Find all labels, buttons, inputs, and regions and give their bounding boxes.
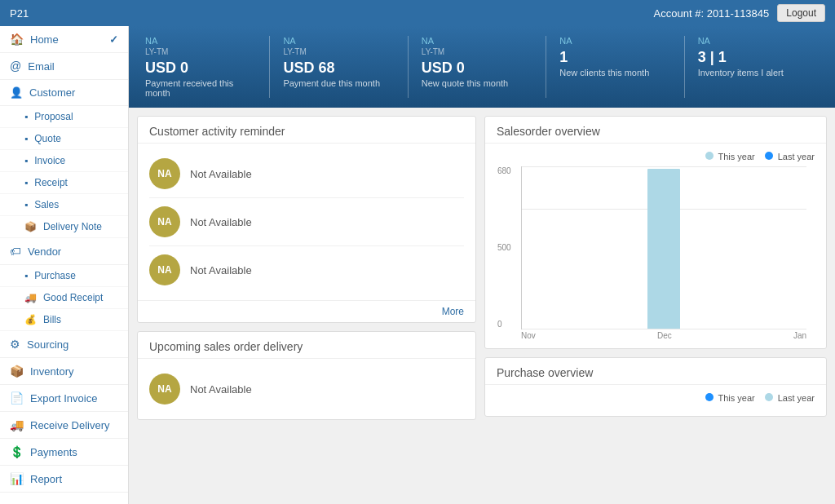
sidebar-item-label: Payments xyxy=(30,446,77,458)
sidebar-item-sourcing[interactable]: ⚙ Sourcing xyxy=(0,331,128,358)
bar-dec-this-year xyxy=(647,169,680,329)
report-icon: 📊 xyxy=(10,472,24,485)
upcoming-avatar-0: NA xyxy=(149,374,180,405)
stat-na-link-4[interactable]: NA xyxy=(698,36,809,46)
sidebar-item-home[interactable]: 🏠 Home ✓ xyxy=(0,26,128,53)
stat-value-3: 1 xyxy=(559,49,670,66)
content-area: NA LY-TM USD 0 Payment received this mon… xyxy=(129,26,835,504)
sidebar-item-vendor[interactable]: 🏷 Vendor xyxy=(0,238,128,265)
activity-name-1: Not Available xyxy=(190,216,252,228)
sidebar-item-label: Bills xyxy=(43,314,61,325)
activity-item-2: NA Not Available xyxy=(149,246,464,294)
stat-na-link-2[interactable]: NA xyxy=(422,36,532,46)
app-title: P21 xyxy=(10,7,29,20)
sidebar-item-label: Receive Delivery xyxy=(30,419,110,431)
sidebar-item-label: Customer xyxy=(29,86,75,99)
stat-payment-received: NA LY-TM USD 0 Payment received this mon… xyxy=(142,36,270,98)
salesorder-x-labels: Nov Dec Jan xyxy=(521,331,806,340)
stat-inventory-alert: NA 3 | 1 Inventory items I alert xyxy=(685,36,822,98)
stat-label-0: Payment received this month xyxy=(145,78,256,98)
salesorder-chart-container: This year Last year 680 xyxy=(485,144,826,348)
upcoming-delivery-panel: Upcoming sales order delivery NA Not Ava… xyxy=(137,331,476,420)
salesorder-chart-title: Salesorder overview xyxy=(485,117,826,144)
sidebar-item-export-invoice[interactable]: 📄 Export Invoice xyxy=(0,385,128,412)
legend-this-year: This year xyxy=(705,152,755,161)
sidebar-item-proposal[interactable]: ▪ Proposal xyxy=(0,106,128,128)
stat-lytm-2: LY-TM xyxy=(422,47,532,56)
sidebar-item-inventory[interactable]: 📦 Inventory xyxy=(0,358,128,385)
sidebar-item-label: Sourcing xyxy=(27,338,68,351)
bar-group-dec xyxy=(647,169,714,329)
purchase-chart-title: Purchase overview xyxy=(485,358,826,385)
sidebar-item-email[interactable]: @ Email xyxy=(0,53,128,80)
sidebar-item-bills[interactable]: 💰 Bills xyxy=(0,309,128,331)
grid-line-bottom xyxy=(522,329,806,329)
sidebar-item-label: Export Invoice xyxy=(30,392,97,405)
sidebar: 🏠 Home ✓ @ Email 👤 Customer ▪ Proposal ▪… xyxy=(0,26,129,504)
stat-lytm-0: LY-TM xyxy=(145,47,256,56)
salesorder-chart-area: 680 500 0 xyxy=(521,166,806,329)
stat-new-clients: NA 1 New clients this month xyxy=(546,36,684,98)
sidebar-item-label: Report xyxy=(30,473,62,485)
sidebar-item-label: Email xyxy=(28,60,55,73)
upcoming-item-0: NA Not Available xyxy=(149,365,464,413)
stat-value-0: USD 0 xyxy=(145,60,256,77)
inventory-icon: 📦 xyxy=(10,365,24,378)
activity-item-1: NA Not Available xyxy=(149,198,464,246)
activity-reminder-panel: Customer activity reminder NA Not Availa… xyxy=(137,116,476,323)
sidebar-item-receipt[interactable]: ▪ Receipt xyxy=(0,172,128,194)
purchase-icon: ▪ xyxy=(24,270,28,281)
activity-reminder-title: Customer activity reminder xyxy=(138,117,475,144)
sidebar-item-report[interactable]: 📊 Report xyxy=(0,466,128,493)
avatar-2: NA xyxy=(149,254,180,285)
stat-na-link-1[interactable]: NA xyxy=(283,36,394,46)
stat-payment-due: NA LY-TM USD 68 Payment due this month xyxy=(270,36,408,98)
purchase-legend-last-year: Last year xyxy=(765,393,815,403)
stat-label-1: Payment due this month xyxy=(283,78,394,88)
sidebar-item-label: Invoice xyxy=(34,155,65,166)
sidebar-item-delivery-note[interactable]: 📦 Delivery Note xyxy=(0,216,128,238)
salesorder-y-labels: 680 500 0 xyxy=(497,166,511,329)
sidebar-item-label: Purchase xyxy=(34,270,76,281)
sidebar-item-payments[interactable]: 💲 Payments xyxy=(0,439,128,466)
stat-label-4: Inventory items I alert xyxy=(698,68,809,77)
sidebar-item-label: Inventory xyxy=(30,365,73,378)
main-layout: 🏠 Home ✓ @ Email 👤 Customer ▪ Proposal ▪… xyxy=(0,26,835,504)
sidebar-item-label: Good Receipt xyxy=(43,292,103,303)
logout-button[interactable]: Logout xyxy=(777,4,825,22)
invoice-icon: ▪ xyxy=(24,155,28,166)
stat-na-link-3[interactable]: NA xyxy=(559,36,670,46)
sidebar-item-label: Receipt xyxy=(34,177,68,188)
purchase-legend-dot-last-year xyxy=(765,393,773,401)
sidebar-item-sales[interactable]: ▪ Sales xyxy=(0,194,128,216)
stat-na-link-0[interactable]: NA xyxy=(145,36,256,46)
avatar-1: NA xyxy=(149,206,180,237)
sidebar-item-quote[interactable]: ▪ Quote xyxy=(0,128,128,150)
sidebar-item-receive-delivery[interactable]: 🚚 Receive Delivery xyxy=(0,412,128,439)
account-info: Account #: 2011-113845 xyxy=(654,7,770,20)
left-panel: Customer activity reminder NA Not Availa… xyxy=(137,116,476,496)
sales-icon: ▪ xyxy=(24,199,28,210)
bills-icon: 💰 xyxy=(24,314,37,325)
export-invoice-icon: 📄 xyxy=(10,391,24,405)
purchase-legend-this-year: This year xyxy=(705,393,755,403)
stat-label-2: New quote this month xyxy=(422,78,532,88)
sidebar-item-customer[interactable]: 👤 Customer xyxy=(0,80,128,106)
stat-lytm-1: LY-TM xyxy=(283,47,394,56)
purchase-chart-container: This year Last year xyxy=(485,385,826,416)
grid-line-top xyxy=(522,166,806,167)
sidebar-item-invoice[interactable]: ▪ Invoice xyxy=(0,150,128,172)
activity-list: NA Not Available NA Not Available NA Not… xyxy=(138,144,475,300)
sidebar-item-good-receipt[interactable]: 🚚 Good Receipt xyxy=(0,287,128,309)
activity-name-0: Not Available xyxy=(190,168,252,180)
right-panel: Salesorder overview This year Last year xyxy=(484,116,827,496)
more-link[interactable]: More xyxy=(138,300,475,322)
sidebar-item-label: Proposal xyxy=(34,111,73,122)
upcoming-name-0: Not Available xyxy=(190,383,252,396)
quote-icon: ▪ xyxy=(24,133,28,144)
stats-header: NA LY-TM USD 0 Payment received this mon… xyxy=(129,26,835,108)
sidebar-item-purchase[interactable]: ▪ Purchase xyxy=(0,265,128,287)
payments-icon: 💲 xyxy=(10,445,24,458)
purchase-legend: This year Last year xyxy=(497,393,815,403)
sidebar-item-label: Home xyxy=(30,33,59,46)
